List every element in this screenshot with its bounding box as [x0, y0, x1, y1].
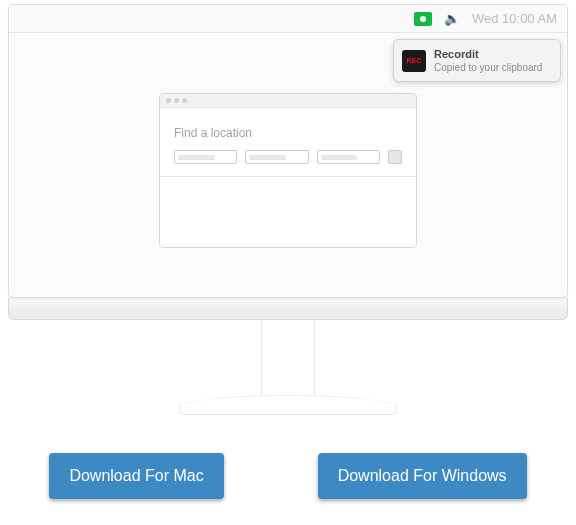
volume-icon[interactable]: 🔈: [444, 11, 460, 26]
notification-text: Recordit Copied to your clipboard: [434, 48, 552, 73]
notification-title: Recordit: [434, 48, 552, 60]
location-input-1[interactable]: [174, 150, 237, 164]
traffic-light-max-icon[interactable]: [182, 98, 187, 103]
window-body: Find a location: [160, 108, 416, 177]
screen: 🔈 Wed 10:00 AM REC Recordit Copied to yo…: [8, 4, 568, 298]
find-location-label: Find a location: [174, 126, 402, 140]
notification[interactable]: REC Recordit Copied to your clipboard: [393, 39, 561, 82]
submit-button[interactable]: [388, 150, 402, 164]
recordit-menubar-icon[interactable]: [414, 12, 432, 26]
traffic-light-min-icon[interactable]: [174, 98, 179, 103]
rec-label: REC: [407, 57, 422, 64]
monitor-stand: [8, 320, 568, 425]
clock: Wed 10:00 AM: [472, 11, 557, 26]
window-input-row: [174, 150, 402, 164]
traffic-light-close-icon[interactable]: [166, 98, 171, 103]
demo-window: Find a location: [159, 93, 417, 248]
menubar: 🔈 Wed 10:00 AM: [9, 5, 567, 33]
download-windows-button[interactable]: Download For Windows: [318, 453, 527, 499]
monitor-bezel: [8, 298, 568, 320]
stand-foot: [179, 395, 397, 415]
desktop: REC Recordit Copied to your clipboard Fi…: [9, 33, 567, 297]
stand-neck: [261, 320, 315, 396]
download-buttons: Download For Mac Download For Windows: [0, 453, 576, 499]
monitor: 🔈 Wed 10:00 AM REC Recordit Copied to yo…: [8, 4, 568, 425]
recordit-app-icon: REC: [402, 50, 426, 72]
window-titlebar[interactable]: [160, 94, 416, 108]
location-input-3[interactable]: [317, 150, 380, 164]
notification-message: Copied to your clipboard: [434, 62, 552, 73]
download-mac-button[interactable]: Download For Mac: [49, 453, 223, 499]
window-content-area: [160, 177, 416, 247]
location-input-2[interactable]: [245, 150, 308, 164]
menubar-right: 🔈 Wed 10:00 AM: [414, 11, 557, 26]
